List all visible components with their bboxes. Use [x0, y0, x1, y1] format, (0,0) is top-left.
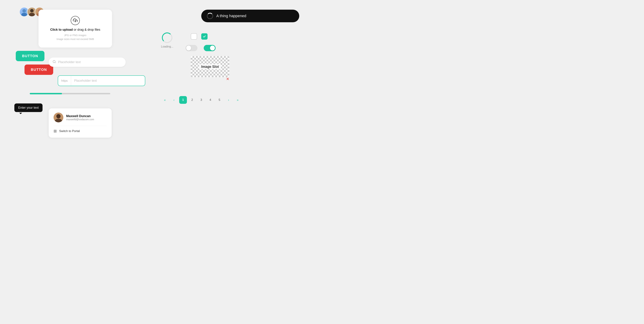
toast-notification: A thing happened [201, 10, 299, 22]
svg-line-9 [55, 62, 56, 63]
upload-subtext: JPG or PNG images Image sizes must not e… [56, 33, 94, 41]
search-placeholder: Placeholder text [58, 60, 81, 64]
user-name: Maxwell Duncan [66, 114, 94, 118]
user-email: maxwelld@vodacom.com [66, 118, 94, 121]
image-slot-close-icon[interactable]: ✕ [226, 77, 229, 81]
user-card-header: Maxwell Duncan maxwelld@vodacom.com [54, 113, 107, 122]
toggle-on[interactable] [204, 45, 216, 51]
page-last-button[interactable]: » [234, 96, 242, 104]
page-next-button[interactable]: › [225, 96, 232, 104]
page-first-button[interactable]: « [161, 96, 169, 104]
image-slot: Image Slot ✕ [191, 56, 229, 77]
progress-fill [30, 93, 62, 94]
image-slot-label: Image Slot [199, 64, 221, 69]
progress-track [30, 93, 110, 94]
user-card: Maxwell Duncan maxwelld@vodacom.com ⊞ Sw… [49, 108, 112, 138]
toast-spinner-icon [207, 13, 213, 19]
toggle-off[interactable] [186, 45, 198, 51]
url-input[interactable]: https Placeholder text [58, 75, 145, 86]
svg-point-8 [53, 61, 55, 63]
page-2-button[interactable]: 2 [188, 96, 196, 104]
user-card-info: Maxwell Duncan maxwelld@vodacom.com [66, 114, 94, 121]
svg-point-10 [56, 114, 60, 118]
loading-spinner: Loading... [161, 33, 173, 48]
image-slot-preview: Image Slot [191, 56, 229, 77]
page-5-button[interactable]: 5 [216, 96, 223, 104]
spinner-ring-icon [162, 33, 172, 43]
url-placeholder: Placeholder text [71, 76, 145, 86]
upload-icon [71, 16, 80, 25]
user-card-avatar [54, 113, 63, 122]
tooltip-bubble: Enter your text [14, 103, 42, 112]
portal-icon: ⊞ [54, 129, 57, 133]
tooltip: Enter your text [14, 103, 42, 112]
search-container: Placeholder text [49, 58, 126, 67]
page-prev-button[interactable]: ‹ [170, 96, 178, 104]
tooltip-text: Enter your text [18, 106, 39, 109]
search-icon [52, 60, 56, 64]
checkbox-checked[interactable] [201, 33, 208, 40]
toggle-group [186, 45, 216, 51]
svg-point-3 [30, 9, 34, 13]
upload-zone[interactable]: Click to upload or drag & drop files JPG… [38, 10, 112, 48]
checkbox-group [191, 33, 208, 40]
page-1-button[interactable]: 1 [179, 96, 187, 104]
loading-text: Loading... [161, 45, 173, 48]
user-card-action[interactable]: ⊞ Switch to Portal [54, 129, 107, 133]
search-input-wrap[interactable]: Placeholder text [49, 58, 126, 67]
user-card-action-label: Switch to Portal [59, 129, 80, 133]
progress-bar-container [30, 93, 110, 94]
svg-point-4 [29, 13, 35, 16]
teal-button[interactable]: BUTTON [16, 51, 44, 61]
url-prefix: https [58, 76, 71, 86]
checkbox-unchecked[interactable] [191, 33, 197, 40]
page-4-button[interactable]: 4 [206, 96, 214, 104]
pagination: « ‹ 1 2 3 4 5 › » [161, 96, 242, 104]
page-3-button[interactable]: 3 [198, 96, 205, 104]
upload-main-text: Click to upload or drag & drop files [50, 28, 100, 32]
svg-point-11 [55, 119, 62, 122]
toast-text: A thing happened [216, 14, 246, 18]
